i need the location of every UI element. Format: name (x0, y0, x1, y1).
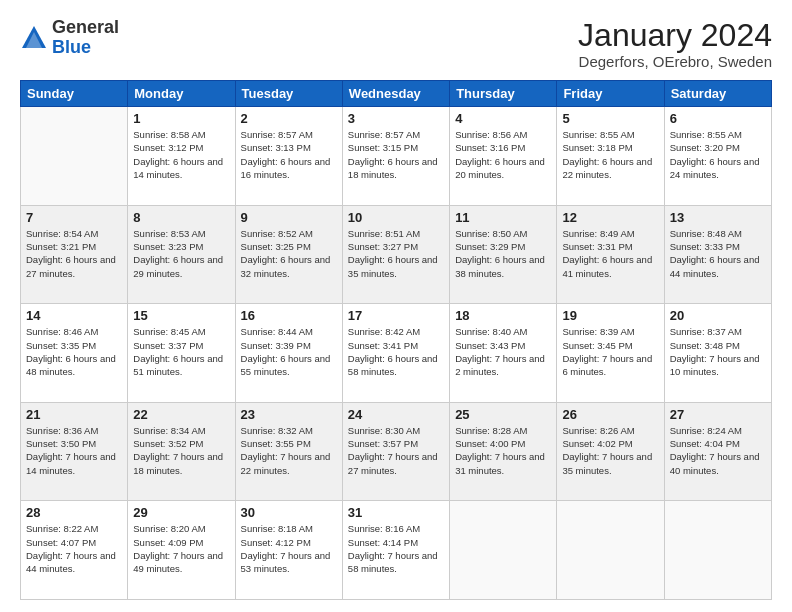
day-info: Sunrise: 8:44 AMSunset: 3:39 PMDaylight:… (241, 325, 337, 378)
day-info: Sunrise: 8:54 AMSunset: 3:21 PMDaylight:… (26, 227, 122, 280)
calendar-cell: 28Sunrise: 8:22 AMSunset: 4:07 PMDayligh… (21, 501, 128, 600)
day-info: Sunrise: 8:56 AMSunset: 3:16 PMDaylight:… (455, 128, 551, 181)
day-number: 31 (348, 505, 444, 520)
day-info: Sunrise: 8:37 AMSunset: 3:48 PMDaylight:… (670, 325, 766, 378)
day-info: Sunrise: 8:53 AMSunset: 3:23 PMDaylight:… (133, 227, 229, 280)
day-info: Sunrise: 8:24 AMSunset: 4:04 PMDaylight:… (670, 424, 766, 477)
calendar-cell: 30Sunrise: 8:18 AMSunset: 4:12 PMDayligh… (235, 501, 342, 600)
calendar-cell: 1Sunrise: 8:58 AMSunset: 3:12 PMDaylight… (128, 107, 235, 206)
day-number: 19 (562, 308, 658, 323)
calendar-cell: 12Sunrise: 8:49 AMSunset: 3:31 PMDayligh… (557, 205, 664, 304)
day-number: 7 (26, 210, 122, 225)
weekday-header-saturday: Saturday (664, 81, 771, 107)
calendar-cell: 24Sunrise: 8:30 AMSunset: 3:57 PMDayligh… (342, 402, 449, 501)
day-info: Sunrise: 8:20 AMSunset: 4:09 PMDaylight:… (133, 522, 229, 575)
logo-general: General (52, 17, 119, 37)
calendar-cell: 6Sunrise: 8:55 AMSunset: 3:20 PMDaylight… (664, 107, 771, 206)
calendar-cell: 22Sunrise: 8:34 AMSunset: 3:52 PMDayligh… (128, 402, 235, 501)
day-info: Sunrise: 8:34 AMSunset: 3:52 PMDaylight:… (133, 424, 229, 477)
day-info: Sunrise: 8:45 AMSunset: 3:37 PMDaylight:… (133, 325, 229, 378)
day-info: Sunrise: 8:16 AMSunset: 4:14 PMDaylight:… (348, 522, 444, 575)
day-info: Sunrise: 8:32 AMSunset: 3:55 PMDaylight:… (241, 424, 337, 477)
day-number: 4 (455, 111, 551, 126)
weekday-header-tuesday: Tuesday (235, 81, 342, 107)
day-number: 30 (241, 505, 337, 520)
day-info: Sunrise: 8:51 AMSunset: 3:27 PMDaylight:… (348, 227, 444, 280)
calendar-cell: 13Sunrise: 8:48 AMSunset: 3:33 PMDayligh… (664, 205, 771, 304)
day-info: Sunrise: 8:46 AMSunset: 3:35 PMDaylight:… (26, 325, 122, 378)
day-number: 28 (26, 505, 122, 520)
day-number: 14 (26, 308, 122, 323)
day-number: 1 (133, 111, 229, 126)
day-info: Sunrise: 8:22 AMSunset: 4:07 PMDaylight:… (26, 522, 122, 575)
calendar-cell: 31Sunrise: 8:16 AMSunset: 4:14 PMDayligh… (342, 501, 449, 600)
week-row: 7Sunrise: 8:54 AMSunset: 3:21 PMDaylight… (21, 205, 772, 304)
calendar-cell: 10Sunrise: 8:51 AMSunset: 3:27 PMDayligh… (342, 205, 449, 304)
day-number: 29 (133, 505, 229, 520)
day-number: 27 (670, 407, 766, 422)
week-row: 28Sunrise: 8:22 AMSunset: 4:07 PMDayligh… (21, 501, 772, 600)
logo-icon (20, 24, 48, 52)
day-number: 21 (26, 407, 122, 422)
calendar-cell (664, 501, 771, 600)
day-number: 3 (348, 111, 444, 126)
weekday-header-thursday: Thursday (450, 81, 557, 107)
calendar-cell (21, 107, 128, 206)
logo-text: General Blue (52, 18, 119, 58)
week-row: 14Sunrise: 8:46 AMSunset: 3:35 PMDayligh… (21, 304, 772, 403)
day-number: 8 (133, 210, 229, 225)
calendar-cell: 4Sunrise: 8:56 AMSunset: 3:16 PMDaylight… (450, 107, 557, 206)
day-info: Sunrise: 8:55 AMSunset: 3:18 PMDaylight:… (562, 128, 658, 181)
day-info: Sunrise: 8:42 AMSunset: 3:41 PMDaylight:… (348, 325, 444, 378)
calendar-cell: 15Sunrise: 8:45 AMSunset: 3:37 PMDayligh… (128, 304, 235, 403)
day-info: Sunrise: 8:52 AMSunset: 3:25 PMDaylight:… (241, 227, 337, 280)
day-number: 5 (562, 111, 658, 126)
day-info: Sunrise: 8:36 AMSunset: 3:50 PMDaylight:… (26, 424, 122, 477)
day-number: 24 (348, 407, 444, 422)
calendar-cell: 25Sunrise: 8:28 AMSunset: 4:00 PMDayligh… (450, 402, 557, 501)
calendar-cell (557, 501, 664, 600)
calendar-cell: 11Sunrise: 8:50 AMSunset: 3:29 PMDayligh… (450, 205, 557, 304)
day-number: 18 (455, 308, 551, 323)
calendar-cell: 20Sunrise: 8:37 AMSunset: 3:48 PMDayligh… (664, 304, 771, 403)
weekday-header-row: SundayMondayTuesdayWednesdayThursdayFrid… (21, 81, 772, 107)
title-block: January 2024 Degerfors, OErebro, Sweden (578, 18, 772, 70)
calendar-cell: 9Sunrise: 8:52 AMSunset: 3:25 PMDaylight… (235, 205, 342, 304)
calendar-cell: 27Sunrise: 8:24 AMSunset: 4:04 PMDayligh… (664, 402, 771, 501)
calendar: SundayMondayTuesdayWednesdayThursdayFrid… (20, 80, 772, 600)
day-number: 11 (455, 210, 551, 225)
calendar-cell: 7Sunrise: 8:54 AMSunset: 3:21 PMDaylight… (21, 205, 128, 304)
calendar-cell: 21Sunrise: 8:36 AMSunset: 3:50 PMDayligh… (21, 402, 128, 501)
day-info: Sunrise: 8:50 AMSunset: 3:29 PMDaylight:… (455, 227, 551, 280)
calendar-cell: 18Sunrise: 8:40 AMSunset: 3:43 PMDayligh… (450, 304, 557, 403)
calendar-cell: 29Sunrise: 8:20 AMSunset: 4:09 PMDayligh… (128, 501, 235, 600)
day-info: Sunrise: 8:57 AMSunset: 3:15 PMDaylight:… (348, 128, 444, 181)
logo-blue: Blue (52, 37, 91, 57)
calendar-cell: 26Sunrise: 8:26 AMSunset: 4:02 PMDayligh… (557, 402, 664, 501)
day-number: 22 (133, 407, 229, 422)
calendar-cell: 2Sunrise: 8:57 AMSunset: 3:13 PMDaylight… (235, 107, 342, 206)
day-number: 15 (133, 308, 229, 323)
day-number: 17 (348, 308, 444, 323)
day-info: Sunrise: 8:39 AMSunset: 3:45 PMDaylight:… (562, 325, 658, 378)
day-info: Sunrise: 8:57 AMSunset: 3:13 PMDaylight:… (241, 128, 337, 181)
day-info: Sunrise: 8:49 AMSunset: 3:31 PMDaylight:… (562, 227, 658, 280)
subtitle: Degerfors, OErebro, Sweden (578, 53, 772, 70)
weekday-header-sunday: Sunday (21, 81, 128, 107)
day-number: 16 (241, 308, 337, 323)
weekday-header-friday: Friday (557, 81, 664, 107)
day-info: Sunrise: 8:58 AMSunset: 3:12 PMDaylight:… (133, 128, 229, 181)
day-number: 25 (455, 407, 551, 422)
calendar-cell: 17Sunrise: 8:42 AMSunset: 3:41 PMDayligh… (342, 304, 449, 403)
week-row: 1Sunrise: 8:58 AMSunset: 3:12 PMDaylight… (21, 107, 772, 206)
day-number: 13 (670, 210, 766, 225)
calendar-cell (450, 501, 557, 600)
calendar-cell: 23Sunrise: 8:32 AMSunset: 3:55 PMDayligh… (235, 402, 342, 501)
logo: General Blue (20, 18, 119, 58)
day-number: 12 (562, 210, 658, 225)
day-number: 26 (562, 407, 658, 422)
day-info: Sunrise: 8:28 AMSunset: 4:00 PMDaylight:… (455, 424, 551, 477)
day-number: 9 (241, 210, 337, 225)
calendar-cell: 3Sunrise: 8:57 AMSunset: 3:15 PMDaylight… (342, 107, 449, 206)
calendar-cell: 16Sunrise: 8:44 AMSunset: 3:39 PMDayligh… (235, 304, 342, 403)
